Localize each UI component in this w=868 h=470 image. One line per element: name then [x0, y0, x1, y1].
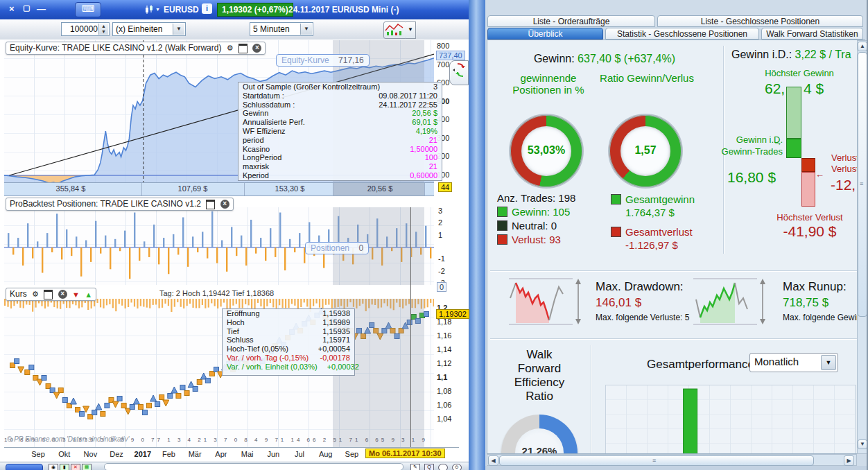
info-icon[interactable]: i	[202, 3, 212, 14]
runup-mini-chart	[693, 277, 770, 327]
wrench-icon[interactable]: ⚙	[32, 290, 39, 299]
scrollbar-thumb[interactable]: ≡	[499, 455, 814, 466]
close-window-icon[interactable]: ×	[9, 3, 15, 14]
tab-statistik[interactable]: Statistik - Geschlossene Positionen	[605, 28, 759, 40]
timeframe-dropdown[interactable]: 5 Minuten ▼	[250, 22, 313, 36]
donut2-value: 1,57	[609, 144, 682, 157]
close-icon[interactable]: ×	[252, 44, 261, 53]
totals-block: Gesamtgewinn 1.764,37 $ Gesamtverlust -1…	[611, 193, 695, 252]
gesamtverlust-label: Gesamtverlust	[625, 226, 693, 238]
day-high-low-label: Tag: 2 Hoch 1,19442 Tief 1,18368	[159, 289, 274, 297]
record-icon[interactable]: ◉	[49, 464, 58, 470]
watermark: © PP Finance.com 'Daten sind indikativ'	[7, 435, 129, 443]
last-price-badge: 1,19302	[436, 309, 469, 319]
scroll-up-icon[interactable]: ▲	[858, 42, 867, 51]
chart-type-button[interactable]	[383, 21, 407, 39]
circle-icon[interactable]	[438, 464, 448, 470]
price-axis-tick: 1,14	[437, 345, 451, 354]
close-table-icon[interactable]: ✕	[71, 464, 80, 470]
horizontal-scrollbar[interactable]: ◀ ≡ ▶	[487, 454, 857, 466]
candlestick-icon[interactable]	[144, 5, 154, 15]
avg-win-bar	[786, 139, 801, 158]
chevron-down-icon[interactable]: ▼	[821, 355, 836, 370]
scroll-down-icon[interactable]: ▼	[858, 439, 867, 449]
equity-legend-chip[interactable]: Equity-Kurve 717,16	[276, 54, 370, 67]
panel-splitter[interactable]	[469, 0, 485, 470]
runup-title: Max Runup:	[783, 280, 865, 294]
avg-loss-label: Verlust Verlust	[831, 153, 859, 175]
month-label: Aug	[319, 450, 333, 458]
tab-ueberblick[interactable]: Überblick	[487, 28, 603, 40]
window-icon[interactable]	[44, 290, 53, 299]
maximize-window-icon[interactable]: ▢	[23, 3, 30, 12]
candlestick-icon[interactable]: ▮	[60, 464, 69, 470]
edit-icon[interactable]: ✎	[410, 464, 420, 470]
zoom-plus-icon[interactable]: Q	[424, 464, 434, 470]
close-icon[interactable]: ×	[220, 200, 229, 209]
equity-value-badge: 737,40	[436, 51, 465, 60]
scrollbar-thumb[interactable]: ≡	[858, 52, 867, 317]
cursor-date-badge: Mo 06.11.2017 10:30	[365, 449, 445, 458]
scroll-right-icon[interactable]: ▶	[844, 455, 854, 466]
command-input[interactable]	[104, 463, 403, 470]
positions-axis-tick: 2	[438, 218, 442, 227]
chevron-down-icon[interactable]: ▼	[173, 24, 184, 35]
window-icon[interactable]	[206, 200, 215, 209]
overview-content: Gewinn: 637,40 $ (+637,4%) gewinnende Po…	[487, 40, 865, 454]
units-dropdown[interactable]: (x) Einheiten ▼	[112, 22, 186, 36]
price-axis-tick: 1,06	[437, 401, 451, 409]
profit-header: Gewinn: 637,40 $ (+637,4%)	[487, 53, 722, 65]
month-label: Dez	[110, 450, 123, 458]
table-icon[interactable]: ▦	[82, 464, 92, 470]
vertical-scrollbar[interactable]: ▲ ≡ ▼	[857, 40, 867, 454]
timeline[interactable]: Mo 06.11.2017 10:30 SepOktNovDez2017FebM…	[4, 447, 459, 460]
window-bottom-strip	[485, 466, 868, 470]
app-button[interactable]	[6, 464, 43, 470]
positions-panel-header[interactable]: ProBacktest Positionen: TRADE LIKE CASIN…	[6, 198, 234, 211]
target-icon[interactable]: ⊙	[452, 464, 462, 470]
close-icon[interactable]: ×	[58, 290, 67, 299]
sell-arrow-icon[interactable]: ▼	[72, 290, 80, 299]
stepper-arrows-icon[interactable]: ▲▼	[98, 24, 108, 35]
tab-geschlossene-positionen-liste[interactable]: Liste - Geschlossene Positionen	[657, 15, 863, 27]
arrow-left-icon: ←	[815, 169, 824, 180]
positions-legend-chip[interactable]: Positionen 0	[305, 242, 369, 254]
section-divider	[490, 270, 863, 271]
month-label: 2017	[134, 450, 151, 458]
win-loss-ratio-donut: 1,57	[609, 115, 682, 187]
performance-period-dropdown[interactable]: Monatlich ▼	[749, 353, 838, 372]
gewinn-legend-swatch	[497, 207, 507, 217]
price-panel-header[interactable]: Kurs ⚙ × ▼ ▲	[6, 288, 96, 301]
hoechster-verlust-value: -41,90 $	[758, 223, 862, 240]
chevron-down-icon[interactable]: ▼	[406, 21, 416, 39]
month-label: Feb	[162, 450, 175, 458]
month-label: Jul	[295, 450, 304, 458]
quantity-stepper[interactable]: 100000 ▲▼	[61, 22, 110, 36]
drawdown-sub: Max. folgende Verluste: 5	[596, 313, 689, 322]
chart-type-icon	[384, 22, 405, 37]
positions-zero-badge: 0	[437, 282, 446, 292]
window-icon[interactable]	[238, 44, 248, 53]
buy-arrow-icon[interactable]: ▲	[85, 290, 92, 299]
runup-sub: Max. folgende Gewinn	[783, 313, 865, 322]
performance-bar-chart[interactable]	[605, 385, 856, 454]
chevron-down-icon[interactable]: ▼	[300, 24, 312, 35]
minimize-window-icon[interactable]: —	[37, 3, 46, 14]
keyboard-icon[interactable]: ⌨	[75, 2, 101, 17]
chart-area: Equity-Kurve: TRADE LIKE CASINO v1.2 (Wa…	[0, 40, 469, 462]
section-divider	[490, 338, 863, 339]
gewinn-count: Gewinn: 105	[512, 206, 570, 218]
max-loss-bar	[801, 172, 815, 207]
collapse-panel-tab[interactable]	[449, 60, 469, 85]
symbol-label: EURUSD	[164, 5, 199, 15]
verlust-legend-swatch	[497, 234, 507, 245]
chevron-down-icon[interactable]: ▼	[155, 7, 160, 12]
tab-walk-forward-statistiken[interactable]: Walk Forward Statistiken	[761, 28, 863, 40]
tab-orderauftraege[interactable]: Liste - Orderaufträge	[487, 15, 655, 27]
statistics-window: Liste - Orderaufträge Liste - Geschlosse…	[485, 0, 868, 470]
gesamtverlust-value: -1.126,97 $	[611, 238, 695, 252]
scroll-left-icon[interactable]: ◀	[488, 455, 498, 466]
wrench-icon[interactable]: ⚙	[227, 44, 234, 53]
price-axis-tick: 1,16	[437, 331, 451, 340]
equity-panel-header[interactable]: Equity-Kurve: TRADE LIKE CASINO v1.2 (Wa…	[6, 42, 266, 55]
